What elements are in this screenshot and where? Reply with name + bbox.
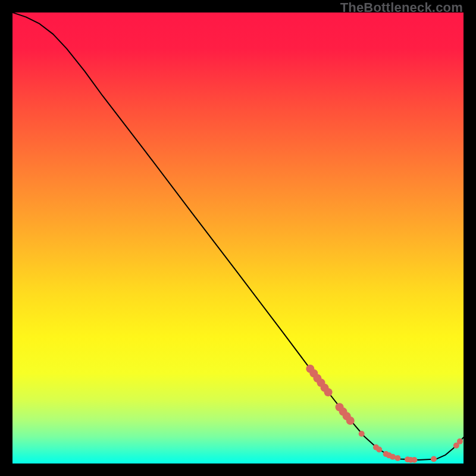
marker-dot xyxy=(376,447,382,453)
marker-dot xyxy=(324,388,333,396)
marker-dot xyxy=(457,439,463,444)
bottleneck-chart xyxy=(12,12,464,464)
marker-dot xyxy=(431,456,437,462)
marker-dot xyxy=(394,455,400,461)
chart-frame xyxy=(12,12,464,464)
chart-background xyxy=(12,12,464,464)
watermark-text: TheBottleneck.com xyxy=(340,0,463,15)
marker-dot xyxy=(359,431,365,437)
marker-dot xyxy=(346,416,355,425)
marker-dot xyxy=(411,457,417,463)
